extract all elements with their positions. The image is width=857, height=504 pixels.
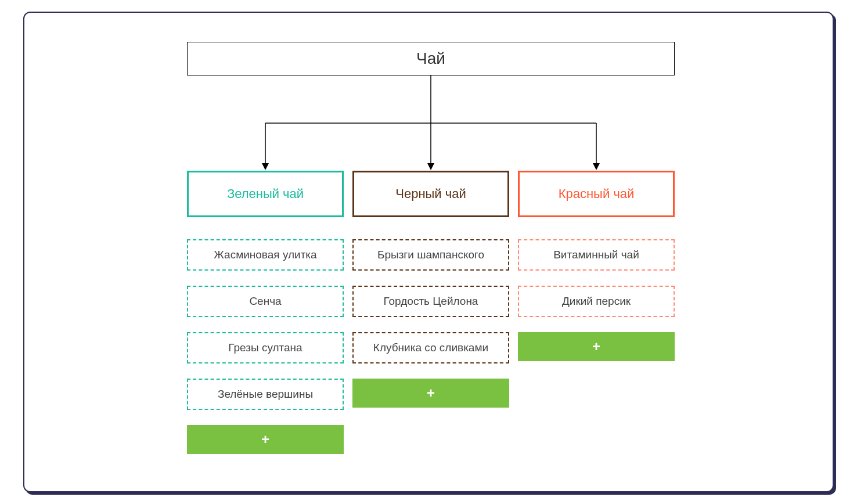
item-label: Дикий персик — [562, 295, 631, 308]
add-button-red[interactable]: + — [518, 332, 675, 361]
item-green-4[interactable]: Зелёные вершины — [187, 379, 344, 410]
item-red-2[interactable]: Дикий персик — [518, 286, 675, 317]
item-red-1[interactable]: Витаминный чай — [518, 239, 675, 271]
item-green-3[interactable]: Грезы султана — [187, 332, 344, 363]
item-label: Сенча — [249, 295, 281, 308]
category-black-label: Черный чай — [395, 186, 466, 201]
plus-icon: + — [427, 385, 435, 401]
item-label: Жасминовая улитка — [214, 249, 316, 261]
plus-icon: + — [261, 431, 269, 448]
item-black-1[interactable]: Брызги шампанского — [352, 239, 509, 271]
item-label: Зелёные вершины — [218, 388, 313, 401]
diagram-frame: Чай Зеленый чай Черный чай Красный чай Ж… — [23, 12, 834, 492]
root-label: Чай — [416, 49, 445, 68]
item-label: Витаминный чай — [553, 249, 639, 261]
category-red[interactable]: Красный чай — [518, 171, 675, 217]
item-black-3[interactable]: Клубника со сливками — [352, 332, 509, 363]
item-label: Брызги шампанского — [377, 249, 484, 261]
item-green-1[interactable]: Жасминовая улитка — [187, 239, 344, 271]
item-label: Гордость Цейлона — [384, 295, 478, 308]
item-label: Грезы султана — [228, 341, 302, 354]
category-red-label: Красный чай — [559, 186, 635, 201]
plus-icon: + — [592, 339, 600, 355]
root-node: Чай — [187, 42, 675, 75]
category-green[interactable]: Зеленый чай — [187, 171, 344, 217]
item-black-2[interactable]: Гордость Цейлона — [352, 286, 509, 317]
item-label: Клубника со сливками — [373, 341, 488, 354]
add-button-green[interactable]: + — [187, 425, 344, 454]
add-button-black[interactable]: + — [352, 379, 509, 408]
category-black[interactable]: Черный чай — [352, 171, 509, 217]
item-green-2[interactable]: Сенча — [187, 286, 344, 317]
category-green-label: Зеленый чай — [227, 186, 304, 201]
